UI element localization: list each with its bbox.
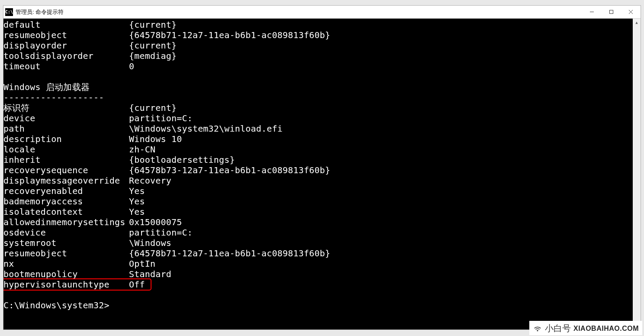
row-key: resumeobject bbox=[3, 30, 129, 40]
row-value: Yes bbox=[129, 186, 145, 196]
prompt-line[interactable]: C:\Windows\system32> bbox=[3, 300, 633, 310]
row-value: partition=C: bbox=[129, 227, 193, 238]
brand-en: XIAOBAIHAO.COM bbox=[573, 325, 639, 333]
row-value: partition=C: bbox=[129, 113, 193, 123]
blank-line bbox=[3, 290, 633, 300]
console-row: path\Windows\system32\winload.efi bbox=[3, 123, 633, 134]
window-controls bbox=[582, 6, 641, 18]
row-value: {current} bbox=[129, 40, 177, 51]
row-value: {64578b71-12a7-11ea-b6b1-ac089813f60b} bbox=[129, 248, 330, 258]
close-button[interactable] bbox=[621, 6, 641, 18]
scrollbar-vertical[interactable]: ▲ ▼ bbox=[633, 19, 641, 330]
row-key: timeout bbox=[3, 61, 129, 71]
console-row: bootmenupolicyStandard bbox=[3, 269, 633, 279]
console-row: resumeobject{64578b71-12a7-11ea-b6b1-ac0… bbox=[3, 30, 633, 40]
row-value: \Windows\system32\winload.efi bbox=[129, 123, 283, 134]
console-row: allowedinmemorysettings0x15000075 bbox=[3, 217, 633, 227]
scroll-up-button[interactable]: ▲ bbox=[633, 19, 641, 26]
row-value: {memdiag} bbox=[129, 51, 177, 61]
row-key: 标识符 bbox=[3, 103, 129, 113]
row-key: nx bbox=[3, 258, 129, 269]
row-value: {current} bbox=[129, 103, 177, 113]
row-value: Windows 10 bbox=[129, 134, 182, 144]
window-title: 管理员: 命令提示符 bbox=[16, 8, 64, 16]
row-key: recoveryenabled bbox=[3, 186, 129, 196]
section-underline: ------------------- bbox=[3, 92, 633, 103]
row-value: 0 bbox=[129, 61, 134, 71]
row-key: systemroot bbox=[3, 238, 129, 248]
row-value: Off bbox=[129, 279, 145, 290]
row-key: device bbox=[3, 113, 129, 123]
row-key: isolatedcontext bbox=[3, 207, 129, 217]
console-row: timeout0 bbox=[3, 61, 633, 71]
row-key: osdevice bbox=[3, 227, 129, 238]
row-key: hypervisorlaunchtype bbox=[3, 279, 129, 290]
console-row: osdevicepartition=C: bbox=[3, 227, 633, 238]
scroll-track[interactable] bbox=[633, 26, 641, 322]
section-title: Windows 启动加载器 bbox=[3, 82, 633, 92]
row-value: zh-CN bbox=[129, 144, 155, 155]
row-value: Yes bbox=[129, 196, 145, 207]
row-key: default bbox=[3, 19, 129, 30]
row-key: badmemoryaccess bbox=[3, 196, 129, 207]
wifi-icon bbox=[533, 324, 542, 333]
console-row: nxOptIn bbox=[3, 258, 633, 269]
row-value: Yes bbox=[129, 207, 145, 217]
console-row: resumeobject{64578b71-12a7-11ea-b6b1-ac0… bbox=[3, 248, 633, 258]
console-row: badmemoryaccessYes bbox=[3, 196, 633, 207]
row-key: displayorder bbox=[3, 40, 129, 51]
row-key: path bbox=[3, 123, 129, 134]
row-value: {64578b73-12a7-11ea-b6b1-ac089813f60b} bbox=[129, 165, 330, 175]
console-row: isolatedcontextYes bbox=[3, 207, 633, 217]
titlebar[interactable]: C:\ 管理员: 命令提示符 bbox=[3, 6, 641, 19]
row-key: resumeobject bbox=[3, 248, 129, 258]
row-value: OptIn bbox=[129, 258, 155, 269]
console-output[interactable]: default{current}resumeobject{64578b71-12… bbox=[3, 19, 633, 330]
minimize-button[interactable] bbox=[582, 6, 602, 18]
row-key: recoverysequence bbox=[3, 165, 129, 175]
row-key: allowedinmemorysettings bbox=[3, 217, 129, 227]
maximize-button[interactable] bbox=[602, 6, 621, 18]
console-row: recoveryenabledYes bbox=[3, 186, 633, 196]
console-row: 标识符{current} bbox=[3, 103, 633, 113]
row-key: bootmenupolicy bbox=[3, 269, 129, 279]
row-key: locale bbox=[3, 144, 129, 155]
brand-cn: 小白号 bbox=[545, 323, 571, 334]
console-row: displayorder{current} bbox=[3, 40, 633, 51]
console-row: inherit{bootloadersettings} bbox=[3, 155, 633, 165]
console-row: recoverysequence{64578b73-12a7-11ea-b6b1… bbox=[3, 165, 633, 175]
cmd-window: C:\ 管理员: 命令提示符 default{current}resumeobj… bbox=[3, 5, 641, 330]
row-value: {bootloadersettings} bbox=[129, 155, 235, 165]
console-row: descriptionWindows 10 bbox=[3, 134, 633, 144]
console-row: toolsdisplayorder{memdiag} bbox=[3, 51, 633, 61]
svg-point-4 bbox=[537, 330, 538, 331]
console-row: hypervisorlaunchtypeOff bbox=[3, 279, 633, 290]
row-value: Recovery bbox=[129, 175, 171, 186]
row-key: toolsdisplayorder bbox=[3, 51, 129, 61]
cmd-icon: C:\ bbox=[5, 8, 13, 16]
row-value: Standard bbox=[129, 269, 171, 279]
console-row: localezh-CN bbox=[3, 144, 633, 155]
row-key: description bbox=[3, 134, 129, 144]
console-row: systemroot\Windows bbox=[3, 238, 633, 248]
row-value: {current} bbox=[129, 19, 177, 30]
console-body: default{current}resumeobject{64578b71-12… bbox=[3, 19, 641, 330]
svg-rect-1 bbox=[610, 10, 613, 14]
row-key: inherit bbox=[3, 155, 129, 165]
watermark-brand: 小白号 XIAOBAIHAO.COM bbox=[529, 321, 642, 335]
row-key: displaymessageoverride bbox=[3, 175, 129, 186]
console-row: devicepartition=C: bbox=[3, 113, 633, 123]
console-row: default{current} bbox=[3, 19, 633, 30]
console-row: displaymessageoverrideRecovery bbox=[3, 175, 633, 186]
row-value: {64578b71-12a7-11ea-b6b1-ac089813f60b} bbox=[129, 30, 330, 40]
row-value: \Windows bbox=[129, 238, 171, 248]
row-value: 0x15000075 bbox=[129, 217, 182, 227]
